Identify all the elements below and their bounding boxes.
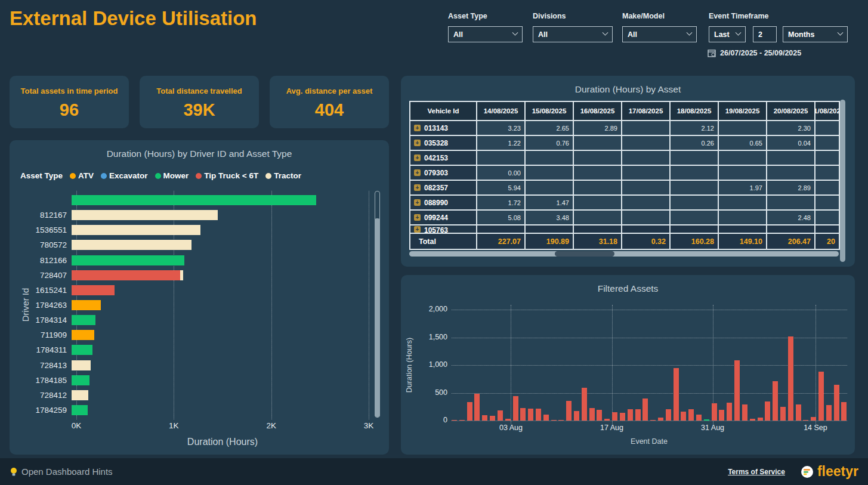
asset-bar[interactable] bbox=[467, 402, 472, 421]
asset-bar[interactable] bbox=[796, 404, 801, 421]
driver-bar-segment[interactable] bbox=[72, 360, 91, 370]
scrollbar-thumb[interactable] bbox=[375, 218, 380, 417]
table-header-cell[interactable]: 15/08/2025 bbox=[526, 102, 574, 121]
table-value-cell[interactable] bbox=[574, 151, 622, 166]
table-value-cell[interactable]: 2.89 bbox=[574, 121, 622, 136]
driver-bar-segment[interactable] bbox=[72, 345, 92, 355]
table-value-cell[interactable] bbox=[719, 151, 767, 166]
driver-bar-segment[interactable] bbox=[72, 375, 89, 385]
expand-row-icon[interactable]: + bbox=[414, 226, 421, 233]
table-value-cell[interactable]: 0.04 bbox=[767, 136, 816, 151]
table-value-cell[interactable]: 1.22 bbox=[477, 136, 526, 151]
asset-bar[interactable] bbox=[498, 410, 503, 421]
asset-bar[interactable] bbox=[704, 419, 709, 421]
scrollbar-thumb[interactable] bbox=[555, 251, 614, 257]
table-value-cell[interactable]: 1.72 bbox=[477, 196, 526, 211]
asset-bar[interactable] bbox=[597, 410, 602, 421]
table-value-cell[interactable]: 5.08 bbox=[477, 211, 526, 225]
asset-bar[interactable] bbox=[780, 407, 786, 421]
table-value-cell[interactable] bbox=[526, 225, 574, 234]
expand-row-icon[interactable]: + bbox=[414, 199, 421, 206]
table-value-cell[interactable]: 2.65 bbox=[526, 121, 574, 136]
asset-bar[interactable] bbox=[696, 415, 702, 421]
table-vertical-scrollbar[interactable] bbox=[840, 100, 845, 262]
asset-bar[interactable] bbox=[642, 398, 648, 421]
table-value-cell[interactable]: 3.48 bbox=[526, 211, 574, 225]
table-value-cell[interactable]: 0.76 bbox=[526, 136, 574, 151]
asset-bar[interactable] bbox=[773, 381, 778, 421]
table-value-cell[interactable]: 1.47 bbox=[526, 196, 574, 211]
legend-item-excavator[interactable]: Excavator bbox=[101, 171, 148, 180]
driver-bar-segment[interactable] bbox=[72, 315, 95, 325]
table-value-cell[interactable] bbox=[574, 225, 622, 234]
timeframe-number-input[interactable] bbox=[753, 26, 777, 42]
expand-row-icon[interactable]: + bbox=[414, 169, 421, 176]
asset-bar[interactable] bbox=[558, 420, 564, 421]
table-value-cell[interactable] bbox=[622, 225, 671, 234]
table-header-cell[interactable]: 18/08/2025 bbox=[671, 102, 719, 121]
table-value-cell[interactable] bbox=[622, 121, 671, 136]
asset-bar[interactable] bbox=[750, 419, 755, 421]
table-value-cell[interactable] bbox=[719, 196, 767, 211]
terms-of-service-link[interactable]: Terms of Service bbox=[728, 468, 785, 476]
table-value-cell[interactable] bbox=[816, 136, 840, 151]
table-value-cell[interactable] bbox=[719, 166, 767, 181]
asset-bar[interactable] bbox=[574, 411, 579, 421]
table-value-cell[interactable]: 2.89 bbox=[767, 181, 816, 196]
table-row-id-cell[interactable]: +088990 bbox=[410, 196, 477, 211]
driver-bar-segment[interactable] bbox=[180, 270, 183, 280]
asset-bar[interactable] bbox=[688, 409, 694, 421]
asset-bar[interactable] bbox=[834, 385, 839, 421]
expand-row-icon[interactable]: + bbox=[414, 140, 421, 146]
table-value-cell[interactable] bbox=[719, 211, 767, 225]
table-value-cell[interactable] bbox=[719, 121, 767, 136]
table-value-cell[interactable] bbox=[719, 225, 767, 234]
asset-bar[interactable] bbox=[628, 409, 633, 421]
driver-bar-segment[interactable] bbox=[72, 225, 200, 235]
table-header-cell[interactable]: 19/08/2025 bbox=[719, 102, 767, 121]
legend-item-mower[interactable]: Mower bbox=[155, 171, 189, 180]
table-value-cell[interactable]: 3.23 bbox=[477, 121, 526, 136]
asset-bar[interactable] bbox=[474, 394, 480, 421]
divisions-dropdown[interactable]: All bbox=[533, 26, 613, 42]
asset-bar[interactable] bbox=[505, 419, 511, 421]
asset-bar[interactable] bbox=[612, 412, 617, 421]
asset-bar[interactable] bbox=[803, 420, 808, 421]
timeframe-unit-dropdown[interactable]: Months bbox=[783, 26, 848, 42]
asset-bar[interactable] bbox=[650, 420, 656, 421]
table-header-cell[interactable]: 20/08/2025 bbox=[767, 102, 816, 121]
table-value-cell[interactable] bbox=[816, 121, 840, 136]
asset-bar[interactable] bbox=[459, 420, 465, 421]
asset-bar[interactable] bbox=[482, 415, 487, 421]
asset-bar[interactable] bbox=[727, 403, 732, 421]
table-row-id-cell[interactable]: +035328 bbox=[410, 136, 477, 151]
table-value-cell[interactable] bbox=[526, 166, 574, 181]
chart-scrollbar[interactable] bbox=[375, 191, 380, 418]
driver-bar-segment[interactable] bbox=[72, 240, 191, 250]
asset-bar[interactable] bbox=[758, 418, 763, 421]
table-row-id-cell[interactable]: +079303 bbox=[410, 166, 477, 181]
table-value-cell[interactable] bbox=[574, 196, 622, 211]
table-value-cell[interactable] bbox=[622, 166, 671, 181]
table-value-cell[interactable] bbox=[816, 181, 840, 196]
table-value-cell[interactable]: 0.00 bbox=[477, 166, 526, 181]
asset-bar[interactable] bbox=[528, 409, 533, 421]
asset-bar[interactable] bbox=[674, 368, 679, 421]
table-header-cell[interactable]: Vehicle Id bbox=[410, 102, 477, 121]
asset-bar[interactable] bbox=[826, 405, 832, 421]
driver-bar-segment[interactable] bbox=[72, 210, 218, 220]
table-value-cell[interactable] bbox=[816, 225, 840, 234]
legend-item-tip-truck-6t[interactable]: Tip Truck < 6T bbox=[196, 171, 258, 180]
table-value-cell[interactable] bbox=[816, 196, 840, 211]
asset-bar[interactable] bbox=[604, 419, 610, 421]
table-header-cell[interactable]: 14/08/2025 bbox=[477, 102, 526, 121]
table-value-cell[interactable] bbox=[574, 211, 622, 225]
make-model-dropdown[interactable]: All bbox=[622, 26, 697, 42]
table-row-id-cell[interactable]: +099244 bbox=[410, 211, 477, 225]
table-row-id-cell[interactable]: +013143 bbox=[410, 121, 477, 136]
table-value-cell[interactable]: 2.12 bbox=[671, 121, 719, 136]
open-dashboard-hints-button[interactable]: Open Dashboard Hints bbox=[10, 467, 113, 477]
asset-bar[interactable] bbox=[635, 409, 641, 421]
table-row-id-cell[interactable]: +042153 bbox=[410, 151, 477, 166]
asset-bar[interactable] bbox=[513, 396, 518, 421]
